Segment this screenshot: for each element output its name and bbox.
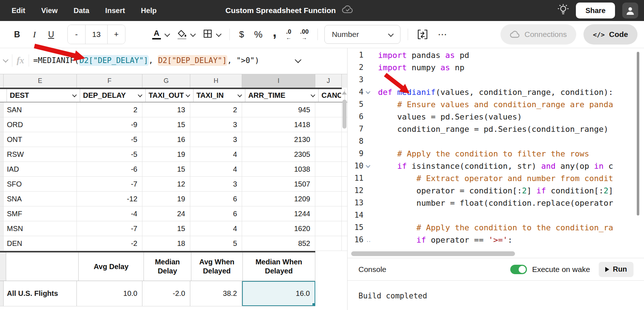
cell[interactable]: 1209 bbox=[242, 192, 315, 206]
cell[interactable]: 10.0 bbox=[77, 281, 142, 306]
column-letter-e[interactable]: E bbox=[4, 74, 77, 88]
formula-input[interactable]: =MEDIANIF(D2["DEP_DELAY"], D2["DEP_DELAY… bbox=[33, 55, 259, 66]
column-letter-g[interactable]: G bbox=[142, 74, 190, 88]
cell[interactable]: 15 bbox=[142, 221, 190, 236]
cell[interactable]: ONT bbox=[4, 132, 77, 147]
editor-vertical-scrollbar[interactable] bbox=[637, 52, 639, 215]
column-letter-i[interactable]: I bbox=[242, 74, 315, 88]
code-line[interactable]: 3 bbox=[348, 74, 644, 86]
cell[interactable]: -2.0 bbox=[142, 281, 190, 306]
summary-row-label[interactable]: All U.S. Flights bbox=[4, 281, 77, 306]
font-size-value[interactable]: 13 bbox=[85, 25, 108, 44]
summary-header[interactable]: Median When Delayed bbox=[243, 252, 315, 281]
column-letter-f[interactable]: F bbox=[77, 74, 142, 88]
menu-item-view[interactable]: View bbox=[41, 7, 58, 15]
cell[interactable]: IAD bbox=[4, 162, 77, 176]
cell-empty[interactable] bbox=[315, 162, 342, 176]
cell[interactable]: 4 bbox=[190, 221, 242, 236]
cell[interactable]: 13 bbox=[142, 102, 190, 117]
sort-chevron-icon[interactable] bbox=[186, 93, 190, 97]
cell[interactable]: 1620 bbox=[242, 221, 315, 236]
code-line[interactable]: 1import pandas as pd bbox=[348, 49, 644, 61]
code-line[interactable]: 6 values = pd.Series(values) bbox=[348, 110, 644, 123]
cell[interactable]: 3 bbox=[190, 132, 242, 147]
cell[interactable]: 1418 bbox=[242, 117, 315, 132]
cell[interactable]: DEN bbox=[4, 236, 77, 251]
sort-chevron-icon[interactable] bbox=[72, 93, 77, 97]
cell[interactable]: SFO bbox=[4, 177, 77, 191]
formula-expand-chevron-icon[interactable] bbox=[3, 57, 9, 63]
cell[interactable]: 2 bbox=[77, 102, 142, 117]
scrollbar-thumb[interactable] bbox=[342, 100, 346, 129]
code-button[interactable]: </> Code bbox=[583, 24, 637, 45]
cell-empty[interactable] bbox=[315, 192, 342, 206]
cell[interactable]: 852 bbox=[242, 236, 315, 251]
sheet-grid[interactable]: EFGHIJ DESTDEP_DELAYTAXI_OUTTAXI_INARR_T… bbox=[0, 72, 347, 310]
cell[interactable]: 6 bbox=[190, 206, 242, 221]
summary-header-blank[interactable] bbox=[6, 252, 79, 281]
cell[interactable]: SMF bbox=[4, 206, 77, 221]
lightbulb-icon[interactable] bbox=[558, 4, 569, 17]
cell[interactable]: 2 bbox=[190, 102, 242, 117]
currency-format-button[interactable]: $ bbox=[239, 29, 244, 39]
cell[interactable]: 15 bbox=[142, 117, 190, 132]
selected-cell[interactable]: 16.0 bbox=[242, 281, 315, 306]
cell[interactable]: MSN bbox=[4, 221, 77, 236]
code-line[interactable]: 11 # Extract operator and number from co… bbox=[348, 172, 644, 184]
connections-button[interactable]: Connections bbox=[500, 24, 576, 45]
underline-button[interactable]: U bbox=[45, 30, 57, 39]
column-letter-j[interactable]: J bbox=[315, 74, 342, 88]
decrease-decimals-button[interactable]: .0← bbox=[286, 29, 291, 40]
chevron-down-icon[interactable] bbox=[165, 31, 170, 37]
code-editor[interactable]: 1import pandas as pd2import numpy as np3… bbox=[348, 48, 644, 250]
cell-empty[interactable] bbox=[315, 132, 342, 147]
cell-empty[interactable] bbox=[315, 221, 342, 236]
code-line[interactable]: 5 # Ensure values and condition_range ar… bbox=[348, 98, 644, 110]
cell[interactable]: 3 bbox=[190, 117, 242, 132]
user-avatar[interactable] bbox=[622, 3, 638, 18]
menu-item-insert[interactable]: Insert bbox=[105, 7, 125, 15]
cell[interactable]: 15 bbox=[142, 162, 190, 176]
thousands-separator-button[interactable]: , bbox=[273, 30, 277, 39]
cell[interactable]: RSW bbox=[4, 147, 77, 162]
code-line[interactable]: 2import numpy as np bbox=[348, 61, 644, 74]
fill-color-control[interactable] bbox=[177, 30, 195, 39]
column-header-dep_delay[interactable]: DEP_DELAY bbox=[80, 89, 146, 102]
summary-header[interactable]: Avg When Delayed bbox=[191, 252, 243, 281]
menu-item-data[interactable]: Data bbox=[74, 7, 89, 15]
fold-chevron-icon[interactable] bbox=[366, 163, 370, 168]
cell[interactable]: 38.2 bbox=[190, 281, 242, 306]
run-button[interactable]: Run bbox=[599, 262, 633, 277]
scroll-up-arrow-icon[interactable] bbox=[342, 91, 347, 95]
cell-empty[interactable] bbox=[315, 147, 342, 162]
code-line[interactable]: 10 if isinstance(condition, str) and any… bbox=[348, 160, 644, 172]
execute-on-wake-toggle[interactable] bbox=[510, 265, 527, 274]
fold-indicator[interactable] bbox=[363, 164, 378, 168]
code-line[interactable]: 12 operator = condition[:2] if condition… bbox=[348, 184, 644, 197]
cell-empty[interactable] bbox=[315, 236, 342, 251]
cell[interactable]: 12 bbox=[142, 177, 190, 191]
chevron-down-icon[interactable] bbox=[216, 31, 222, 37]
code-line[interactable]: 4def medianif(values, condition_range, c… bbox=[348, 86, 644, 98]
cell[interactable]: 24 bbox=[142, 206, 190, 221]
cell[interactable]: -5 bbox=[77, 132, 142, 147]
cell[interactable]: SNA bbox=[4, 192, 77, 206]
cell[interactable]: -7 bbox=[77, 177, 142, 191]
cell[interactable]: -12 bbox=[77, 192, 142, 206]
formula-bar[interactable]: fx =MEDIANIF(D2["DEP_DELAY"], D2["DEP_DE… bbox=[0, 48, 347, 72]
cell[interactable]: -5 bbox=[77, 147, 142, 162]
menu-item-help[interactable]: Help bbox=[141, 7, 157, 15]
cell-empty[interactable] bbox=[315, 117, 342, 132]
italic-button[interactable]: I bbox=[28, 30, 41, 39]
cell[interactable]: SAN bbox=[4, 102, 77, 117]
cell[interactable]: 6 bbox=[190, 192, 242, 206]
code-line[interactable]: 8 bbox=[348, 135, 644, 147]
chevron-down-icon[interactable] bbox=[190, 31, 196, 37]
bold-button[interactable]: B bbox=[11, 30, 23, 39]
formula-bar-expand-button[interactable] bbox=[296, 58, 300, 64]
cell[interactable]: 19 bbox=[142, 147, 190, 162]
code-line[interactable]: 13 number = float(condition.replace(oper… bbox=[348, 197, 644, 209]
number-format-dropdown[interactable]: Number bbox=[324, 25, 400, 44]
column-letter-h[interactable]: H bbox=[190, 74, 242, 88]
cell-empty[interactable] bbox=[315, 177, 342, 191]
